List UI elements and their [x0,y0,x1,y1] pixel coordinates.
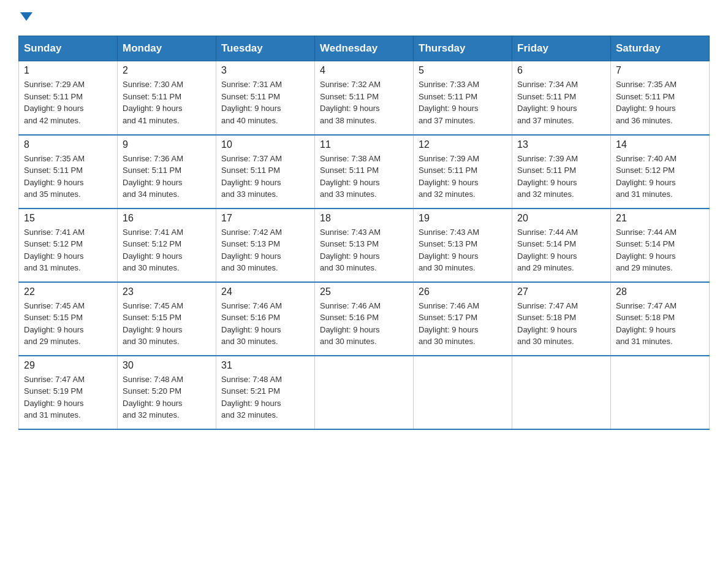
day-info: Sunrise: 7:41 AMSunset: 5:12 PMDaylight:… [24,228,85,273]
col-header-tuesday: Tuesday [216,36,315,61]
day-number: 5 [419,65,507,76]
day-info: Sunrise: 7:44 AMSunset: 5:14 PMDaylight:… [616,228,677,273]
calendar-cell: 13 Sunrise: 7:39 AMSunset: 5:11 PMDaylig… [512,135,611,209]
logo [18,12,32,23]
day-number: 16 [123,213,211,224]
calendar-cell: 25 Sunrise: 7:46 AMSunset: 5:16 PMDaylig… [315,282,414,356]
col-header-thursday: Thursday [414,36,512,61]
calendar-cell: 7 Sunrise: 7:35 AMSunset: 5:11 PMDayligh… [611,61,710,135]
calendar-week-row: 8 Sunrise: 7:35 AMSunset: 5:11 PMDayligh… [19,135,710,209]
day-info: Sunrise: 7:47 AMSunset: 5:18 PMDaylight:… [517,301,578,347]
col-header-wednesday: Wednesday [315,36,414,61]
calendar-cell: 26 Sunrise: 7:46 AMSunset: 5:17 PMDaylig… [414,282,512,356]
day-info: Sunrise: 7:45 AMSunset: 5:15 PMDaylight:… [24,301,85,347]
day-info: Sunrise: 7:39 AMSunset: 5:11 PMDaylight:… [517,154,578,199]
day-info: Sunrise: 7:29 AMSunset: 5:11 PMDaylight:… [24,80,85,125]
calendar-cell: 23 Sunrise: 7:45 AMSunset: 5:15 PMDaylig… [118,282,216,356]
day-info: Sunrise: 7:38 AMSunset: 5:11 PMDaylight:… [320,154,381,199]
calendar-cell: 5 Sunrise: 7:33 AMSunset: 5:11 PMDayligh… [414,61,512,135]
day-number: 30 [123,360,211,371]
day-info: Sunrise: 7:48 AMSunset: 5:21 PMDaylight:… [221,375,282,420]
calendar-cell: 22 Sunrise: 7:45 AMSunset: 5:15 PMDaylig… [19,282,118,356]
day-info: Sunrise: 7:30 AMSunset: 5:11 PMDaylight:… [123,80,183,125]
calendar-cell: 16 Sunrise: 7:41 AMSunset: 5:12 PMDaylig… [118,209,216,282]
calendar-cell: 1 Sunrise: 7:29 AMSunset: 5:11 PMDayligh… [19,61,118,135]
calendar-header: SundayMondayTuesdayWednesdayThursdayFrid… [19,36,710,61]
day-info: Sunrise: 7:43 AMSunset: 5:13 PMDaylight:… [419,228,479,273]
day-info: Sunrise: 7:44 AMSunset: 5:14 PMDaylight:… [517,228,578,273]
day-number: 7 [616,65,704,76]
calendar-week-row: 22 Sunrise: 7:45 AMSunset: 5:15 PMDaylig… [19,282,710,356]
day-number: 11 [320,139,408,150]
day-number: 3 [221,65,309,76]
calendar-week-row: 15 Sunrise: 7:41 AMSunset: 5:12 PMDaylig… [19,209,710,282]
calendar-week-row: 1 Sunrise: 7:29 AMSunset: 5:11 PMDayligh… [19,61,710,135]
day-number: 4 [320,65,408,76]
calendar-cell: 6 Sunrise: 7:34 AMSunset: 5:11 PMDayligh… [512,61,611,135]
calendar-cell: 14 Sunrise: 7:40 AMSunset: 5:12 PMDaylig… [611,135,710,209]
calendar-cell: 10 Sunrise: 7:37 AMSunset: 5:11 PMDaylig… [216,135,315,209]
day-number: 13 [517,139,605,150]
day-number: 9 [123,139,211,150]
day-number: 25 [320,286,408,297]
calendar-cell: 2 Sunrise: 7:30 AMSunset: 5:11 PMDayligh… [118,61,216,135]
day-info: Sunrise: 7:47 AMSunset: 5:18 PMDaylight:… [616,301,677,347]
day-info: Sunrise: 7:46 AMSunset: 5:16 PMDaylight:… [221,301,282,347]
calendar-cell [414,356,512,429]
day-info: Sunrise: 7:32 AMSunset: 5:11 PMDaylight:… [320,80,381,125]
calendar-cell [611,356,710,429]
calendar-cell: 30 Sunrise: 7:48 AMSunset: 5:20 PMDaylig… [118,356,216,429]
calendar-cell: 19 Sunrise: 7:43 AMSunset: 5:13 PMDaylig… [414,209,512,282]
col-header-sunday: Sunday [19,36,118,61]
logo-triangle-icon [20,12,32,21]
day-info: Sunrise: 7:31 AMSunset: 5:11 PMDaylight:… [221,80,282,125]
calendar-cell: 31 Sunrise: 7:48 AMSunset: 5:21 PMDaylig… [216,356,315,429]
day-number: 1 [24,65,112,76]
day-info: Sunrise: 7:46 AMSunset: 5:17 PMDaylight:… [419,301,479,347]
day-info: Sunrise: 7:37 AMSunset: 5:11 PMDaylight:… [221,154,282,199]
calendar-cell: 9 Sunrise: 7:36 AMSunset: 5:11 PMDayligh… [118,135,216,209]
day-info: Sunrise: 7:33 AMSunset: 5:11 PMDaylight:… [419,80,479,125]
day-number: 24 [221,286,309,297]
calendar-cell [512,356,611,429]
day-number: 31 [221,360,309,371]
day-number: 26 [419,286,507,297]
col-header-friday: Friday [512,36,611,61]
day-info: Sunrise: 7:47 AMSunset: 5:19 PMDaylight:… [24,375,85,420]
day-info: Sunrise: 7:48 AMSunset: 5:20 PMDaylight:… [123,375,183,420]
day-number: 6 [517,65,605,76]
day-info: Sunrise: 7:39 AMSunset: 5:11 PMDaylight:… [419,154,479,199]
day-info: Sunrise: 7:35 AMSunset: 5:11 PMDaylight:… [616,80,677,125]
day-info: Sunrise: 7:45 AMSunset: 5:15 PMDaylight:… [123,301,183,347]
day-number: 18 [320,213,408,224]
calendar-cell: 15 Sunrise: 7:41 AMSunset: 5:12 PMDaylig… [19,209,118,282]
calendar-cell: 4 Sunrise: 7:32 AMSunset: 5:11 PMDayligh… [315,61,414,135]
calendar-cell: 11 Sunrise: 7:38 AMSunset: 5:11 PMDaylig… [315,135,414,209]
day-number: 10 [221,139,309,150]
day-number: 14 [616,139,704,150]
calendar-cell: 17 Sunrise: 7:42 AMSunset: 5:13 PMDaylig… [216,209,315,282]
day-number: 15 [24,213,112,224]
day-info: Sunrise: 7:36 AMSunset: 5:11 PMDaylight:… [123,154,183,199]
day-info: Sunrise: 7:34 AMSunset: 5:11 PMDaylight:… [517,80,578,125]
calendar-table: SundayMondayTuesdayWednesdayThursdayFrid… [18,36,710,430]
day-info: Sunrise: 7:46 AMSunset: 5:16 PMDaylight:… [320,301,381,347]
calendar-cell: 12 Sunrise: 7:39 AMSunset: 5:11 PMDaylig… [414,135,512,209]
calendar-cell: 20 Sunrise: 7:44 AMSunset: 5:14 PMDaylig… [512,209,611,282]
day-number: 12 [419,139,507,150]
calendar-cell [315,356,414,429]
calendar-cell: 27 Sunrise: 7:47 AMSunset: 5:18 PMDaylig… [512,282,611,356]
calendar-cell: 3 Sunrise: 7:31 AMSunset: 5:11 PMDayligh… [216,61,315,135]
calendar-week-row: 29 Sunrise: 7:47 AMSunset: 5:19 PMDaylig… [19,356,710,429]
col-header-monday: Monday [118,36,216,61]
day-number: 19 [419,213,507,224]
day-info: Sunrise: 7:35 AMSunset: 5:11 PMDaylight:… [24,154,85,199]
day-info: Sunrise: 7:40 AMSunset: 5:12 PMDaylight:… [616,154,677,199]
calendar-cell: 24 Sunrise: 7:46 AMSunset: 5:16 PMDaylig… [216,282,315,356]
day-number: 29 [24,360,112,371]
calendar-cell: 28 Sunrise: 7:47 AMSunset: 5:18 PMDaylig… [611,282,710,356]
calendar-cell: 18 Sunrise: 7:43 AMSunset: 5:13 PMDaylig… [315,209,414,282]
day-number: 8 [24,139,112,150]
day-number: 21 [616,213,704,224]
day-info: Sunrise: 7:43 AMSunset: 5:13 PMDaylight:… [320,228,381,273]
